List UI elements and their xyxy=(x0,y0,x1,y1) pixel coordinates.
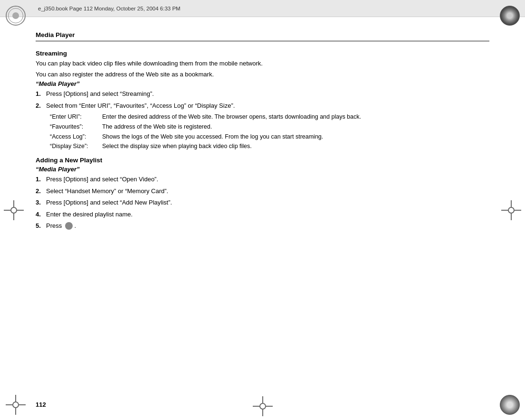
crosshair-circle-left xyxy=(10,207,17,214)
playlist-section: Adding a New Playlist “Media Player” 1. … xyxy=(36,157,489,231)
crosshair-mid-left xyxy=(4,200,24,220)
desc-row-2: “Favourites”: The address of the Web sit… xyxy=(50,122,489,131)
crosshair-circle-right xyxy=(508,207,515,214)
streaming-step1-num: 1. xyxy=(36,89,46,99)
crosshair-bottom-center xyxy=(253,396,273,416)
playlist-step3-num: 3. xyxy=(36,198,46,207)
playlist-step-4: 4. Enter the desired playlist name. xyxy=(36,210,489,219)
playlist-step5-period: . xyxy=(74,222,76,229)
content-area: Media Player Streaming You can play back… xyxy=(36,17,489,392)
streaming-body1: You can play back video clip files while… xyxy=(36,59,489,68)
playlist-step2-num: 2. xyxy=(36,187,46,196)
header-text: e_j350.book Page 112 Monday, October 25,… xyxy=(38,6,181,11)
playlist-step5-press: Press xyxy=(46,222,62,229)
streaming-section: Streaming You can play back video clip f… xyxy=(36,50,489,151)
streaming-step2-text: Select from “Enter URI”, “Favourites”, “… xyxy=(46,101,489,111)
crosshair-circle-bottom-left xyxy=(12,401,19,408)
playlist-subtitle: “Media Player” xyxy=(36,166,489,173)
streaming-subtitle: “Media Player” xyxy=(36,80,489,87)
sunburst-top-left xyxy=(6,6,26,26)
desc-content-2: The address of the Web site is registere… xyxy=(102,122,489,131)
crosshair-right xyxy=(501,200,521,220)
streaming-step-2: 2. Select from “Enter URI”, “Favourites”… xyxy=(36,101,489,111)
crosshair-mid-right xyxy=(501,200,521,220)
description-table: “Enter URI”: Enter the desired address o… xyxy=(50,112,489,151)
corner-bottom-left xyxy=(2,392,29,418)
page-number: 112 xyxy=(36,401,46,408)
playlist-step1-text: Press [Options] and select “Open Video”. xyxy=(46,175,489,184)
desc-row-4: “Display Size”: Select the display size … xyxy=(50,142,489,151)
streaming-title: Streaming xyxy=(36,50,489,57)
starburst-bottom-right xyxy=(500,395,520,415)
desc-content-4: Select the display size when playing bac… xyxy=(102,142,489,151)
playlist-step5-text: Press . xyxy=(46,221,489,231)
playlist-step1-num: 1. xyxy=(36,175,46,184)
streaming-body2: You can also register the address of the… xyxy=(36,70,489,79)
streaming-step-1: 1. Press [Options] and select “Streaming… xyxy=(36,89,489,99)
starburst-top-right xyxy=(500,6,520,26)
playlist-step3-text: Press [Options] and select “Add New Play… xyxy=(46,198,489,207)
corner-top-left xyxy=(2,2,29,28)
streaming-step2-num: 2. xyxy=(36,101,46,111)
playlist-step4-num: 4. xyxy=(36,210,46,219)
desc-label-1: “Enter URI”: xyxy=(50,112,102,121)
playlist-step2-text: Select “Handset Memory” or “Memory Card”… xyxy=(46,187,489,196)
desc-label-2: “Favourites”: xyxy=(50,122,102,131)
corner-bottom-right xyxy=(496,392,523,418)
circle-button-icon xyxy=(65,222,73,230)
playlist-title: Adding a New Playlist xyxy=(36,157,489,164)
bottom-center-crosshair xyxy=(253,396,273,416)
crosshair-left xyxy=(4,200,24,220)
playlist-step5-num: 5. xyxy=(36,221,46,231)
playlist-step4-text: Enter the desired playlist name. xyxy=(46,210,489,219)
desc-content-3: Shows the logs of the Web site you acces… xyxy=(102,132,489,141)
desc-label-3: “Access Log”: xyxy=(50,132,102,141)
page-title: Media Player xyxy=(36,31,75,38)
page-header: Media Player xyxy=(36,31,489,41)
desc-row-3: “Access Log”: Shows the logs of the Web … xyxy=(50,132,489,141)
playlist-step-5: 5. Press . xyxy=(36,221,489,231)
playlist-step-2: 2. Select “Handset Memory” or “Memory Ca… xyxy=(36,187,489,196)
desc-content-1: Enter the desired address of the Web sit… xyxy=(102,112,489,121)
crosshair-circle-bottom-center xyxy=(259,403,266,410)
crosshair-bottom-left xyxy=(6,395,26,415)
desc-label-4: “Display Size”: xyxy=(50,142,102,151)
playlist-step-3: 3. Press [Options] and select “Add New P… xyxy=(36,198,489,207)
corner-top-right xyxy=(496,2,523,28)
playlist-step-1: 1. Press [Options] and select “Open Vide… xyxy=(36,175,489,184)
sunburst-inner-top-left xyxy=(12,12,19,19)
desc-row-1: “Enter URI”: Enter the desired address o… xyxy=(50,112,489,121)
page-container: e_j350.book Page 112 Monday, October 25,… xyxy=(0,0,525,420)
streaming-step1-text: Press [Options] and select “Streaming”. xyxy=(46,89,489,99)
header-bar: e_j350.book Page 112 Monday, October 25,… xyxy=(0,0,525,17)
